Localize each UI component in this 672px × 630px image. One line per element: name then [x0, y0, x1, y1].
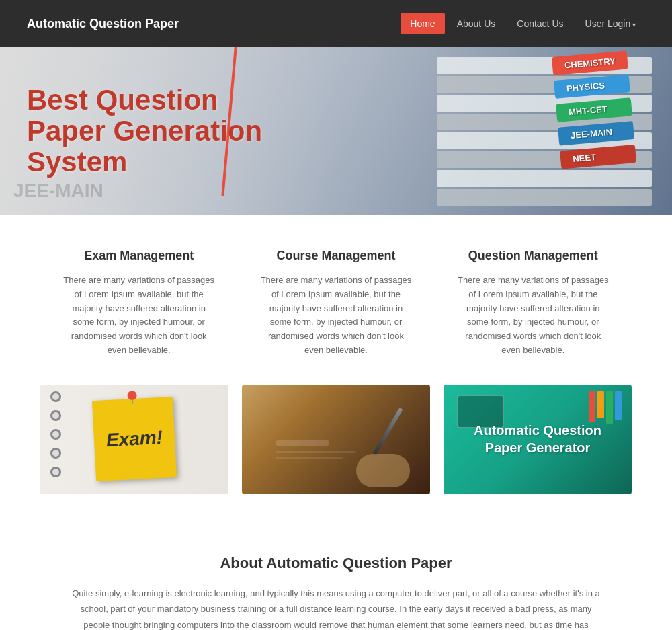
- nav-home[interactable]: Home: [401, 13, 444, 34]
- nav-links: Home About Us Contact Us User Login: [401, 13, 645, 34]
- features-row: Exam Management There are many variation…: [40, 249, 632, 358]
- navbar: Automatic Question Paper Home About Us C…: [0, 0, 672, 47]
- feature-question-text: There are many variations of passages of…: [455, 274, 612, 358]
- qgen-image-text: Automatic Question Paper Generator: [457, 422, 618, 457]
- feature-question: Question Management There are many varia…: [435, 249, 632, 358]
- about-text: Quite simply, e-learning is electronic l…: [67, 586, 605, 630]
- nav-user-login[interactable]: User Login: [576, 13, 645, 34]
- course-image-col: [242, 385, 430, 494]
- hero-title-line2: Paper Generation: [27, 115, 262, 147]
- navbar-brand: Automatic Question Paper: [27, 17, 179, 31]
- feature-exam: Exam Management There are many variation…: [40, 249, 237, 358]
- hero-title-line1: Best Question: [27, 84, 218, 116]
- feature-question-title: Question Management: [455, 249, 612, 263]
- feature-course-text: There are many variations of passages of…: [257, 274, 414, 358]
- feature-course-title: Course Management: [257, 249, 414, 263]
- qgen-image: Automatic Question Paper Generator: [444, 385, 632, 494]
- feature-exam-text: There are many variations of passages of…: [60, 274, 217, 358]
- images-row: Exam!: [40, 385, 632, 494]
- hero-title-line3: System: [27, 146, 127, 178]
- nav-contact[interactable]: Contact Us: [507, 13, 573, 34]
- course-image: [242, 385, 430, 494]
- hero-banner: CHEMISTRY PHYSICS MHT-CET JEE-MAIN NEET …: [0, 47, 672, 215]
- exam-image-col: Exam!: [40, 385, 228, 494]
- about-title: About Automatic Question Paper: [54, 555, 618, 572]
- feature-exam-title: Exam Management: [60, 249, 217, 263]
- qgen-image-col: Automatic Question Paper Generator: [444, 385, 632, 494]
- exam-image: Exam!: [40, 385, 228, 494]
- sticky-note: Exam!: [92, 397, 177, 481]
- about-section: About Automatic Question Paper Quite sim…: [0, 555, 672, 630]
- feature-course: Course Management There are many variati…: [237, 249, 434, 358]
- nav-about[interactable]: About Us: [448, 13, 505, 34]
- hero-title: Best Question Paper Generation System: [27, 85, 262, 178]
- sticky-pin: [127, 391, 137, 401]
- hero-text-block: Best Question Paper Generation System: [0, 65, 289, 198]
- content-section: Exam Management There are many variation…: [0, 215, 672, 555]
